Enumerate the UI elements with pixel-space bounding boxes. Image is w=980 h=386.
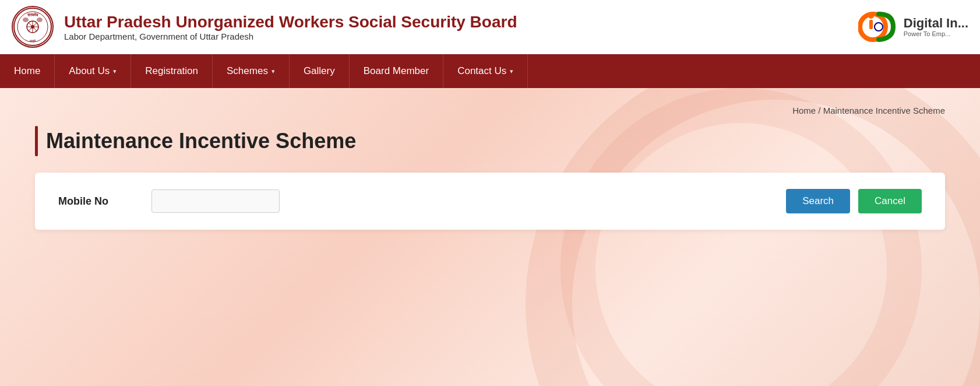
nav-about-us[interactable]: About Us ▾ bbox=[55, 54, 131, 88]
breadcrumb-home[interactable]: Home bbox=[792, 106, 816, 115]
svg-point-14 bbox=[868, 13, 874, 19]
site-header: सत्यमेव जयते Uttar Pradesh Unorganized W… bbox=[0, 0, 980, 54]
org-title: Uttar Pradesh Unorganized Workers Social… bbox=[64, 12, 517, 32]
page-title-section: Maintenance Incentive Scheme bbox=[35, 126, 945, 156]
main-content: Home / Maintenance Incentive Scheme Main… bbox=[0, 88, 980, 386]
mobile-no-label: Mobile No bbox=[58, 195, 128, 208]
nav-home[interactable]: Home bbox=[0, 54, 55, 88]
form-buttons: Search Cancel bbox=[786, 189, 922, 213]
header-text: Uttar Pradesh Unorganized Workers Social… bbox=[64, 12, 517, 42]
form-card: Mobile No Search Cancel bbox=[35, 173, 945, 230]
cancel-button[interactable]: Cancel bbox=[858, 189, 922, 213]
main-nav: Home About Us ▾ Registration Schemes ▾ G… bbox=[0, 54, 980, 88]
breadcrumb-separator: / bbox=[816, 106, 823, 115]
about-us-chevron-icon: ▾ bbox=[113, 68, 117, 75]
nav-gallery[interactable]: Gallery bbox=[290, 54, 350, 88]
svg-point-13 bbox=[875, 23, 883, 31]
svg-point-11 bbox=[37, 17, 43, 22]
breadcrumb: Home / Maintenance Incentive Scheme bbox=[35, 106, 945, 115]
svg-point-10 bbox=[23, 17, 29, 22]
page-title: Maintenance Incentive Scheme bbox=[46, 129, 356, 153]
org-subtitle: Labor Department, Government of Uttar Pr… bbox=[64, 31, 517, 41]
org-logo: सत्यमेव जयते bbox=[12, 6, 54, 48]
svg-rect-15 bbox=[869, 20, 873, 29]
mobile-no-input[interactable] bbox=[151, 190, 280, 213]
nav-registration[interactable]: Registration bbox=[131, 54, 213, 88]
contact-us-chevron-icon: ▾ bbox=[510, 68, 513, 75]
digital-india-logo: Digital In... Power To Emp... bbox=[858, 6, 968, 47]
nav-contact-us[interactable]: Contact Us ▾ bbox=[443, 54, 528, 88]
title-accent-bar bbox=[35, 126, 38, 156]
schemes-chevron-icon: ▾ bbox=[272, 68, 275, 75]
svg-text:सत्यमेव: सत्यमेव bbox=[27, 12, 38, 17]
digital-india-subtext: Power To Emp... bbox=[904, 30, 968, 37]
digital-india-text: Digital In... bbox=[904, 16, 968, 30]
nav-board-member[interactable]: Board Member bbox=[350, 54, 443, 88]
header-left: सत्यमेव जयते Uttar Pradesh Unorganized W… bbox=[12, 6, 517, 48]
nav-schemes[interactable]: Schemes ▾ bbox=[213, 54, 290, 88]
breadcrumb-current: Maintenance Incentive Scheme bbox=[823, 106, 945, 115]
svg-text:जयते: जयते bbox=[29, 39, 36, 43]
search-button[interactable]: Search bbox=[786, 189, 850, 213]
